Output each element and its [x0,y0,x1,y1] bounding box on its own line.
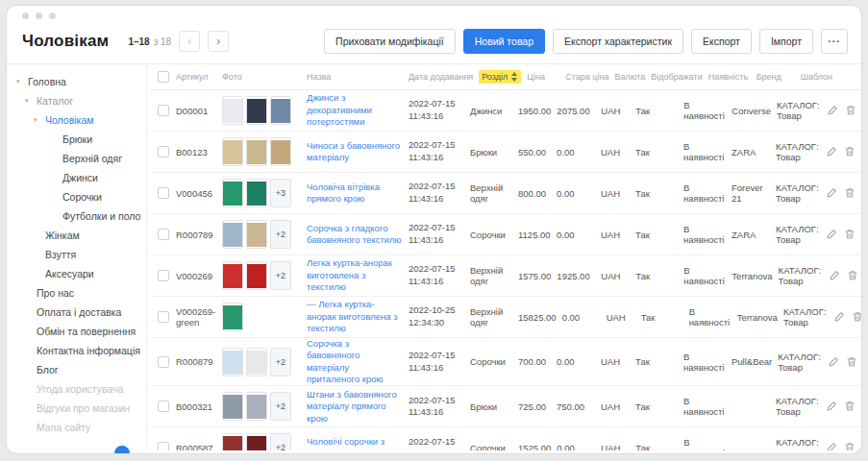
product-thumbnail[interactable] [222,303,243,331]
delete-icon[interactable] [844,146,856,158]
product-thumbnail[interactable] [222,348,243,376]
more-photos-badge[interactable]: +3 [270,179,291,207]
import-button[interactable]: Імпорт [759,29,813,54]
edit-icon[interactable] [826,400,837,412]
prev-page-button[interactable]: ‹ [179,31,200,52]
more-photos-badge[interactable]: +2 [270,433,291,450]
product-name-link[interactable]: Чоловічі сорочки з легкого текстилю [307,436,403,450]
product-name-link[interactable]: Чиноси з бавовняного матеріалу [307,140,403,164]
chevron-down-icon[interactable]: ▾ [25,97,34,105]
edit-icon[interactable] [828,356,839,368]
sidebar-item[interactable]: Відгуки про магазин [14,399,146,418]
export-button[interactable]: Експорт [691,29,752,54]
edit-icon[interactable] [826,146,837,158]
product-thumbnail[interactable] [222,220,243,249]
row-checkbox[interactable] [158,356,169,368]
product-name-link[interactable]: Джинси з декоративними потертостями [307,92,403,128]
delete-icon[interactable] [844,229,856,240]
more-photos-badge[interactable]: +2 [270,348,291,376]
delete-icon[interactable] [845,105,856,116]
product-name-link[interactable]: Штани з бавовняного матеріалу прямого кр… [307,389,403,425]
delete-icon[interactable] [847,270,858,281]
sidebar-item[interactable]: Мапа сайту [14,418,146,437]
column-header-section[interactable]: Розділ [479,70,527,84]
row-checkbox[interactable] [158,311,169,323]
product-name-link[interactable]: Сорочка з гладкого бавовняного текстилю [307,223,403,247]
delete-icon[interactable] [844,400,856,412]
delete-icon[interactable] [844,442,856,450]
row-checkbox[interactable] [158,270,169,281]
sidebar-item[interactable]: Блог [14,360,146,379]
product-name-link[interactable]: — Легка куртка-анорак виготовлена з текс… [307,299,403,334]
product-thumbnail[interactable] [222,392,243,421]
chevron-down-icon[interactable]: ▾ [16,78,25,85]
column-header-name[interactable]: Назва [307,72,409,82]
hide-modifications-button[interactable]: Приховати модифікації [324,29,456,54]
sidebar-item[interactable]: Аксесуари [14,264,146,283]
product-thumbnail[interactable] [246,220,267,249]
edit-icon[interactable] [827,105,838,116]
sort-icon[interactable] [510,72,518,82]
sidebar-item[interactable]: ▾Каталог [14,91,146,110]
sidebar-item[interactable]: Оплата і доставка [14,303,146,322]
new-product-button[interactable]: Новий товар [463,29,545,54]
window-control-dot[interactable] [36,12,42,19]
product-name-link[interactable]: Чоловіча вітрівка прямого крою [307,182,403,206]
select-all-checkbox[interactable] [158,71,169,83]
column-header-display[interactable]: Відображати [651,72,707,82]
edit-icon[interactable] [833,311,845,323]
more-photos-badge[interactable]: +2 [270,220,291,249]
sidebar-item[interactable]: Обмін та повернення [14,322,146,341]
sidebar-item[interactable]: Брюки [14,130,146,149]
product-thumbnail[interactable] [270,96,291,125]
sidebar-item[interactable]: Взуття [14,245,146,264]
product-thumbnail[interactable] [222,261,243,290]
export-characteristics-button[interactable]: Експорт характеристик [553,29,683,54]
sidebar-item[interactable]: Футболки и поло [14,206,146,226]
more-photos-badge[interactable]: +2 [270,392,291,421]
row-checkbox[interactable] [158,105,169,116]
column-header-availability[interactable]: Наявність [708,72,756,82]
sidebar-item[interactable]: Верхній одяг [14,149,146,168]
sidebar-item[interactable]: Сорочки [14,187,146,206]
row-checkbox[interactable] [158,229,169,240]
product-thumbnail[interactable] [270,137,291,166]
product-thumbnail[interactable] [222,137,243,166]
column-header-photo[interactable]: Фото [222,72,307,82]
column-header-price[interactable]: Ціна [527,72,565,82]
more-photos-badge[interactable]: +2 [270,261,291,290]
column-header-currency[interactable]: Валюта [614,72,651,82]
product-thumbnail[interactable] [246,261,267,290]
delete-icon[interactable] [852,311,861,323]
edit-icon[interactable] [826,442,837,450]
product-thumbnail[interactable] [222,179,243,207]
column-header-template[interactable]: Шаблон [801,72,851,82]
row-checkbox[interactable] [158,400,169,412]
delete-icon[interactable] [844,187,856,199]
next-page-button[interactable]: › [208,31,229,52]
chevron-down-icon[interactable]: ▾ [34,116,42,124]
row-checkbox[interactable] [158,187,169,199]
window-control-dot[interactable] [22,12,29,19]
product-thumbnail[interactable] [246,392,267,421]
sidebar-item[interactable]: ▾Головна [14,72,146,91]
column-header-date[interactable]: Дата додавання [409,72,479,82]
sidebar-item[interactable]: Жінкам [14,226,146,245]
sidebar-item[interactable]: Джинси [14,168,146,187]
product-thumbnail[interactable] [222,96,243,125]
product-thumbnail[interactable] [222,433,243,450]
row-checkbox[interactable] [158,146,169,158]
column-header-brand[interactable]: Бренд [756,72,801,82]
edit-icon[interactable] [826,187,837,199]
column-header-sku[interactable]: Артикул [176,72,222,82]
product-name-link[interactable]: Легка куртка-анорак виготовлена з тексти… [307,257,403,293]
product-thumbnail[interactable] [246,179,267,207]
column-header-old_price[interactable]: Стара ціна [565,72,614,82]
sidebar-item[interactable]: Про нас [14,283,146,303]
sidebar-item[interactable]: Угода користувача [14,379,146,399]
edit-icon[interactable] [829,270,840,281]
product-thumbnail[interactable] [246,433,267,450]
more-actions-button[interactable]: ··· [821,29,848,54]
window-control-dot[interactable] [49,12,56,19]
row-checkbox[interactable] [158,442,169,450]
